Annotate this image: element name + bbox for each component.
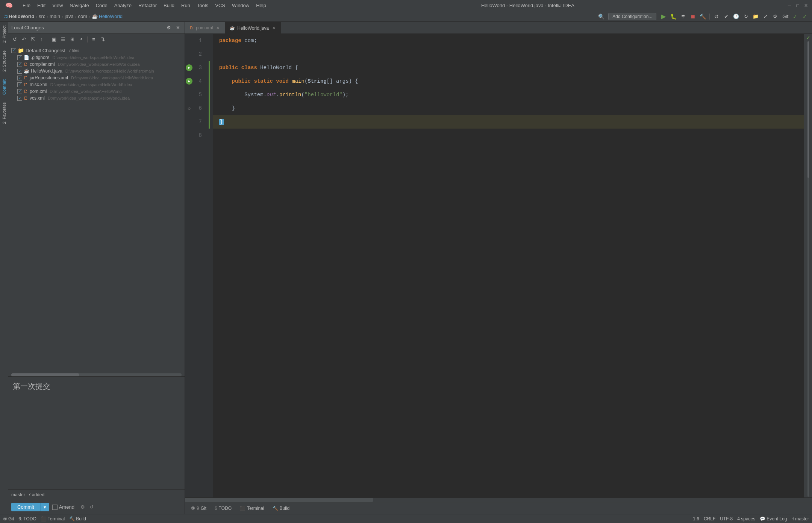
horizontal-scrollbar[interactable]: [185, 497, 812, 502]
todo-status-item[interactable]: 6: TODO: [18, 516, 36, 521]
sidebar-tab-favorites[interactable]: 2: Favorites: [1, 99, 8, 127]
file-item-pom[interactable]: 🗋 pom.xml D:\mywork\idea_workspace\Hello…: [8, 88, 185, 95]
changelist-checkbox[interactable]: [11, 48, 16, 53]
sort2-icon[interactable]: ⇅: [98, 35, 107, 44]
menu-analyze[interactable]: Analyze: [111, 2, 135, 9]
git-status-item[interactable]: ⑨ Git: [3, 516, 14, 521]
event-log[interactable]: 💬 Event Log: [760, 516, 787, 521]
compiler-checkbox[interactable]: [17, 62, 22, 67]
file-item-misc[interactable]: 🗋 misc.xml D:\mywork\idea_workspace\Hell…: [8, 81, 185, 88]
app-icon[interactable]: 🧠: [3, 2, 15, 9]
commit-message-input[interactable]: 第一次提交: [8, 377, 185, 489]
run-button[interactable]: ▶: [659, 12, 668, 21]
rollback-icon[interactable]: ↶: [20, 35, 28, 44]
changelist-root[interactable]: 📁 Default Changelist 7 files: [8, 47, 185, 54]
bottom-tab-build[interactable]: 🔨 Build: [269, 505, 294, 512]
commit-settings-icon[interactable]: ⚙: [79, 503, 86, 511]
minimize-button[interactable]: ─: [786, 3, 792, 9]
tab-pom-xml[interactable]: 🗋 pom.xml ✕: [185, 22, 225, 33]
coverage-button[interactable]: ☂: [679, 12, 687, 21]
build-status-item[interactable]: 🔨 Build: [69, 516, 86, 521]
run-class-button[interactable]: ▶: [186, 64, 192, 71]
menu-build[interactable]: Build: [161, 2, 177, 9]
maximize-button[interactable]: □: [795, 3, 801, 9]
file-item-vcs[interactable]: 🗋 vcs.xml D:\mywork\idea_workspace\Hello…: [8, 95, 185, 102]
line-ending[interactable]: CRLF: [704, 516, 715, 521]
run-tests-icon[interactable]: ✔: [722, 12, 730, 21]
filter-icon[interactable]: ⚬: [77, 35, 85, 44]
code-content[interactable]: package com ; public class HelloWorld {: [213, 34, 804, 497]
refresh-icon[interactable]: ↺: [11, 35, 19, 44]
breadcrumb-main[interactable]: main: [50, 14, 60, 19]
breadcrumb-project[interactable]: 🗂 HelloWorld: [3, 14, 34, 19]
move-to-icon[interactable]: ↑: [38, 35, 46, 44]
encoding[interactable]: UTF-8: [720, 516, 733, 521]
file-item-jarrepo[interactable]: 🗋 jarRepositories.xml D:\mywork\idea_wor…: [8, 74, 185, 81]
menu-window[interactable]: Window: [229, 2, 252, 9]
tree-scrollbar[interactable]: [11, 373, 182, 376]
jarrepo-checkbox[interactable]: [17, 76, 22, 80]
pom-checkbox[interactable]: [17, 89, 22, 94]
run-main-button[interactable]: ▶: [186, 78, 192, 85]
breadcrumb-file[interactable]: ☕ HelloWorld: [92, 14, 123, 19]
amend-checkbox[interactable]: [52, 505, 58, 510]
file-item-compiler[interactable]: 🗋 compiler.xml D:\mywork\idea_workspace\…: [8, 61, 185, 68]
minimap-scrollbar[interactable]: [807, 41, 809, 497]
expand-icon[interactable]: ⤢: [761, 12, 770, 21]
commit-dropdown-button[interactable]: ▼: [40, 503, 49, 511]
build-icon[interactable]: 🔨: [698, 12, 707, 21]
gitignore-checkbox[interactable]: [17, 55, 22, 60]
menu-vcs[interactable]: VCS: [212, 2, 228, 9]
java-tab-close[interactable]: ✕: [271, 26, 276, 31]
menu-view[interactable]: View: [49, 2, 66, 9]
panel-settings-icon[interactable]: ⚙: [165, 24, 173, 32]
expand-all-icon[interactable]: ⇱: [29, 35, 37, 44]
menu-run[interactable]: Run: [178, 2, 193, 9]
menu-navigate[interactable]: Navigate: [67, 2, 92, 9]
menu-help[interactable]: Help: [253, 2, 269, 9]
bottom-tab-todo[interactable]: 6 TODO: [211, 505, 235, 512]
group-icon[interactable]: ⊞: [68, 35, 76, 44]
menu-code[interactable]: Code: [93, 2, 111, 9]
bottom-tab-git[interactable]: ⑨ 9 Git: [187, 505, 210, 512]
clock-icon[interactable]: 🕐: [732, 12, 740, 21]
files-icon[interactable]: 📁: [751, 12, 760, 21]
misc-checkbox[interactable]: [17, 82, 22, 87]
menu-refactor[interactable]: Refactor: [135, 2, 160, 9]
cursor-position[interactable]: 1:6: [693, 516, 699, 521]
sort-icon[interactable]: ≡: [89, 35, 98, 44]
menu-tools[interactable]: Tools: [194, 2, 211, 9]
breadcrumb-com[interactable]: com: [78, 14, 87, 19]
commit-refresh-icon[interactable]: ↺: [88, 503, 95, 511]
undo-button[interactable]: ↺: [712, 12, 721, 21]
scrollbar-thumb[interactable]: [11, 373, 79, 376]
sidebar-tab-structure[interactable]: 2: Structure: [1, 47, 8, 76]
vcs-checkbox[interactable]: [17, 96, 22, 101]
menu-edit[interactable]: Edit: [34, 2, 48, 9]
pom-tab-close[interactable]: ✕: [215, 25, 220, 30]
indent-setting[interactable]: 4 spaces: [737, 516, 755, 521]
redo-button[interactable]: ↻: [742, 12, 750, 21]
git-check2-icon[interactable]: ✓: [801, 12, 809, 21]
helloworld-checkbox[interactable]: [17, 69, 22, 74]
search-everywhere-icon[interactable]: 🔍: [597, 12, 605, 21]
branch-status[interactable]: ⑁ master: [791, 516, 809, 521]
view-toggle-icon[interactable]: ☰: [59, 35, 67, 44]
minimap-thumb[interactable]: [807, 41, 809, 178]
sidebar-tab-project[interactable]: 1: Project: [1, 22, 8, 47]
commit-button[interactable]: Commit: [11, 503, 40, 511]
h-scrollbar-thumb[interactable]: [185, 498, 373, 502]
debug-button[interactable]: 🐛: [669, 12, 677, 21]
stop-button[interactable]: ⏹: [689, 12, 697, 21]
diff-icon[interactable]: ▣: [50, 35, 58, 44]
terminal-status-item[interactable]: ⬛ Terminal: [41, 516, 65, 521]
tab-helloworld-java[interactable]: ☕ HelloWorld.java ✕: [225, 22, 281, 33]
close-button[interactable]: ✕: [803, 3, 809, 9]
file-item-helloworld[interactable]: ☕ HelloWorld.java D:\mywork\idea_workspa…: [8, 68, 185, 74]
menu-file[interactable]: File: [20, 2, 33, 9]
file-item-gitignore[interactable]: 📄 .gitignore D:\mywork\idea_workspace\He…: [8, 54, 185, 61]
sidebar-tab-commit[interactable]: Commit: [1, 76, 8, 99]
git-check-icon[interactable]: ✓: [791, 12, 799, 21]
bottom-tab-terminal[interactable]: ⬛ Terminal: [236, 505, 268, 512]
breadcrumb-java[interactable]: java: [65, 14, 74, 19]
